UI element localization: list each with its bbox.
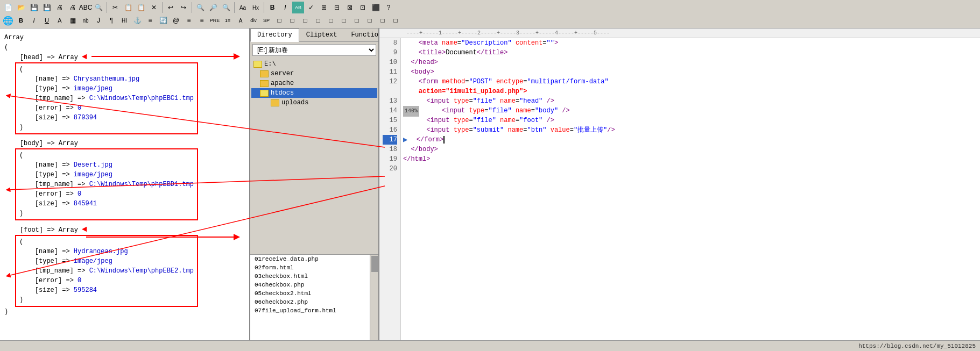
code-content[interactable]: <meta name="Description" content=""> <ti… bbox=[401, 38, 980, 340]
spell-btn[interactable]: ABC bbox=[80, 2, 91, 13]
aa-btn[interactable]: Aa bbox=[237, 2, 249, 13]
bold-btn[interactable]: B bbox=[15, 15, 27, 26]
ol-btn[interactable]: 1≡ bbox=[222, 15, 234, 26]
extra10-btn[interactable]: □ bbox=[390, 15, 401, 26]
main-panel: Array ( [head] => Array ◄ ( [name] => Ch… bbox=[0, 28, 980, 340]
tree-item-root[interactable]: E:\ bbox=[251, 59, 377, 69]
underline-btn[interactable]: U bbox=[41, 15, 53, 26]
extra1-btn[interactable]: □ bbox=[273, 15, 285, 26]
tbl2-btn[interactable]: ⊟ bbox=[331, 2, 343, 13]
extra9-btn[interactable]: □ bbox=[377, 15, 389, 26]
scrollbar-thumb[interactable] bbox=[371, 256, 378, 272]
tbl3-btn[interactable]: ⊠ bbox=[344, 2, 356, 13]
goto-btn[interactable]: 🔍 bbox=[220, 2, 232, 13]
extra7-btn[interactable]: □ bbox=[351, 15, 363, 26]
help-btn[interactable]: ? bbox=[383, 2, 394, 13]
right-panel: ----+-----1-----+-----2-----+-----3-----… bbox=[379, 28, 980, 340]
div-btn[interactable]: div bbox=[248, 15, 259, 26]
hx-btn[interactable]: Hx bbox=[250, 2, 262, 13]
tree-item-uploads[interactable]: uploads bbox=[251, 98, 377, 108]
tree-label-apache: apache bbox=[271, 80, 294, 87]
list2-btn[interactable]: ≡ bbox=[196, 15, 208, 26]
italic-btn[interactable]: I bbox=[28, 15, 40, 26]
tree-item-apache[interactable]: apache bbox=[251, 78, 377, 88]
status-url: https://blog.csdn.net/my_51012825 bbox=[858, 343, 976, 349]
save-btn[interactable]: 💾 bbox=[28, 2, 40, 13]
find2-btn[interactable]: 🔍 bbox=[194, 2, 206, 13]
code-area[interactable]: 8 9 10 11 12 13 14 15 16 17 18 19 20 <me… bbox=[379, 38, 980, 340]
a-btn[interactable]: A bbox=[235, 15, 246, 26]
foot-name: [name] => Hydrangeas.jpg bbox=[19, 247, 194, 256]
copy-btn[interactable]: 📋 bbox=[122, 2, 134, 13]
drive-select[interactable]: [E:] 新加卷 [C:] Windows [D:] Data bbox=[252, 44, 376, 56]
tab-functions[interactable]: Functions bbox=[344, 28, 379, 41]
tree-item-server[interactable]: server bbox=[251, 69, 377, 78]
array-output: Array ( [head] => Array ◄ ( [name] => Ch… bbox=[4, 33, 245, 317]
tree-item-htdocs[interactable]: htdocs bbox=[251, 88, 377, 98]
tbl5-btn[interactable]: ⬛ bbox=[370, 2, 382, 13]
pre-btn[interactable]: PRE bbox=[209, 15, 221, 26]
extra6-btn[interactable]: □ bbox=[338, 15, 350, 26]
foot-box: ( [name] => Hydrangeas.jpg [type] => ima… bbox=[15, 235, 198, 307]
file-tree: E:\ server apache htdocs uploads bbox=[250, 58, 378, 254]
open-btn[interactable]: 📂 bbox=[15, 2, 27, 13]
file-item-0[interactable]: 01receive_data.php bbox=[250, 255, 378, 263]
body-open: ( bbox=[19, 151, 194, 160]
italic-icon-btn[interactable]: I bbox=[279, 2, 291, 13]
para-btn[interactable]: ¶ bbox=[105, 15, 117, 26]
tab-cliptext[interactable]: Cliptext bbox=[299, 28, 344, 41]
paste-btn[interactable]: 📋 bbox=[135, 2, 147, 13]
save2-btn[interactable]: 💾 bbox=[41, 2, 53, 13]
line-num-14: 14 bbox=[383, 106, 397, 116]
foot-section: [foot] => Array ◄ bbox=[4, 225, 245, 235]
foot-key-line: [foot] => Array ◄ bbox=[4, 225, 87, 235]
tbl4-btn[interactable]: ⊡ bbox=[357, 2, 369, 13]
abcd-btn[interactable]: AB bbox=[292, 2, 304, 13]
extra5-btn[interactable]: □ bbox=[325, 15, 337, 26]
cut-btn[interactable]: ✂ bbox=[109, 2, 121, 13]
redo-btn[interactable]: ↪ bbox=[178, 2, 189, 13]
tbl1-btn[interactable]: ⊞ bbox=[318, 2, 330, 13]
undo-btn[interactable]: ↩ bbox=[165, 2, 177, 13]
tab-directory[interactable]: Directory bbox=[250, 28, 299, 42]
anchor-btn[interactable]: ⚓ bbox=[131, 15, 143, 26]
file-item-3[interactable]: 04checkbox.php bbox=[250, 281, 378, 289]
code-line-11: <body> bbox=[403, 67, 978, 77]
highlight-btn[interactable]: ▦ bbox=[67, 15, 79, 26]
globe-btn[interactable]: 🌐 bbox=[2, 15, 14, 26]
replace-btn[interactable]: 🔎 bbox=[207, 2, 219, 13]
align-left-btn[interactable]: J bbox=[93, 15, 104, 26]
code-line-19: </html> bbox=[403, 154, 978, 164]
align-btn[interactable]: ≡ bbox=[144, 15, 156, 26]
bold-icon-btn[interactable]: B bbox=[266, 2, 278, 13]
extra8-btn[interactable]: □ bbox=[364, 15, 376, 26]
file-list-scrollbar[interactable] bbox=[370, 255, 378, 340]
refresh-btn[interactable]: 🔄 bbox=[157, 15, 169, 26]
list1-btn[interactable]: ≡ bbox=[183, 15, 195, 26]
sp-btn[interactable]: SP bbox=[260, 15, 272, 26]
file-item-5[interactable]: 06checkbox2.php bbox=[250, 298, 378, 306]
file-item-6[interactable]: 07file_upload_form.html bbox=[250, 306, 378, 315]
code-line-16: <input type="submit" name="btn" value="批… bbox=[403, 125, 978, 135]
extra3-btn[interactable]: □ bbox=[299, 15, 311, 26]
color-btn[interactable]: A bbox=[54, 15, 66, 26]
extra2-btn[interactable]: □ bbox=[286, 15, 298, 26]
head-key-line: [head] => Array ◄ bbox=[4, 52, 87, 62]
cursor-marker: ▶ bbox=[403, 135, 407, 145]
file-list-area: 01receive_data.php 02form.html 03checkbo… bbox=[250, 254, 378, 340]
hi-btn[interactable]: HI bbox=[118, 15, 130, 26]
nb-btn[interactable]: nb bbox=[80, 15, 91, 26]
at-btn[interactable]: @ bbox=[170, 15, 182, 26]
file-item-4[interactable]: 05checkbox2.html bbox=[250, 289, 378, 298]
code-line-12action: action="11multi_upload.php"> bbox=[403, 87, 978, 96]
line-num-16: 16 bbox=[383, 125, 397, 135]
print-btn[interactable]: 🖨 bbox=[67, 2, 79, 13]
file-item-1[interactable]: 02form.html bbox=[250, 263, 378, 272]
new-btn[interactable]: 📄 bbox=[2, 2, 14, 13]
find-btn[interactable]: 🔍 bbox=[93, 2, 104, 13]
file-item-2[interactable]: 03checkbox.html bbox=[250, 272, 378, 281]
check-btn[interactable]: ✓ bbox=[305, 2, 317, 13]
delete-btn[interactable]: ✕ bbox=[148, 2, 160, 13]
print-preview-btn[interactable]: 🖨 bbox=[54, 2, 66, 13]
extra4-btn[interactable]: □ bbox=[312, 15, 324, 26]
